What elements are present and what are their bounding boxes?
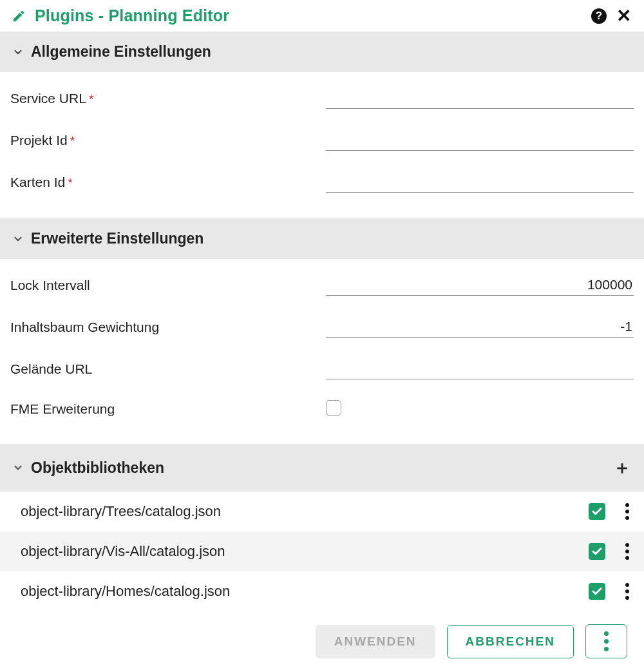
- list-item: object-library/Homes/catalog.json: [0, 571, 644, 611]
- edit-icon: [12, 9, 26, 23]
- check-icon: [591, 506, 603, 517]
- fme-checkbox[interactable]: [326, 400, 341, 416]
- section-libraries-header[interactable]: Objektbibliotheken ＋: [0, 444, 644, 492]
- section-general-header[interactable]: Allgemeine Einstellungen: [0, 32, 644, 72]
- library-menu-button[interactable]: [621, 503, 634, 520]
- field-label: Service URL*: [10, 91, 326, 106]
- field-tree-weight: Inhaltsbaum Gewichtung: [10, 306, 634, 348]
- dialog-footer: ANWENDEN ABBRECHEN: [0, 615, 644, 670]
- close-button[interactable]: ✕: [614, 7, 632, 25]
- field-terrain-url: Gelände URL: [10, 348, 634, 390]
- apply-button: ANWENDEN: [316, 625, 435, 658]
- help-icon: ?: [591, 8, 607, 24]
- dialog-title: Plugins - Planning Editor: [35, 6, 583, 25]
- section-advanced-header[interactable]: Erweiterte Einstellungen: [0, 218, 644, 259]
- library-path: object-library/Homes/catalog.json: [21, 583, 589, 600]
- field-map-id: Karten Id*: [10, 161, 634, 203]
- library-path: object-library/Vis-All/catalog.json: [21, 543, 589, 560]
- library-enabled-checkbox[interactable]: [589, 543, 605, 560]
- section-general-title: Allgemeine Einstellungen: [31, 43, 634, 61]
- field-label: Projekt Id*: [10, 133, 326, 148]
- more-actions-button[interactable]: [585, 624, 627, 658]
- chevron-down-icon: [10, 44, 26, 60]
- section-libraries-title: Objektbibliotheken: [31, 459, 611, 477]
- field-lock-interval: Lock Intervall: [10, 264, 634, 306]
- field-label: Lock Intervall: [10, 278, 326, 293]
- section-general-body: Service URL* Projekt Id* Karten Id*: [0, 72, 644, 218]
- tree-weight-input[interactable]: [326, 316, 634, 338]
- map-id-input[interactable]: [326, 171, 634, 193]
- field-label: Karten Id*: [10, 175, 326, 190]
- check-icon: [591, 546, 603, 557]
- lock-interval-input[interactable]: [326, 274, 634, 296]
- section-advanced-body: Lock Intervall Inhaltsbaum Gewichtung Ge…: [0, 259, 644, 444]
- project-id-input[interactable]: [326, 129, 634, 151]
- terrain-url-input[interactable]: [326, 358, 634, 379]
- list-item: object-library/Vis-All/catalog.json: [0, 531, 644, 571]
- service-url-input[interactable]: [326, 88, 634, 109]
- dialog-header: Plugins - Planning Editor ? ✕: [0, 0, 644, 32]
- library-enabled-checkbox[interactable]: [589, 583, 605, 600]
- field-fme: FME Erweiterung: [10, 390, 634, 428]
- add-library-button[interactable]: ＋: [611, 455, 634, 480]
- section-advanced-title: Erweiterte Einstellungen: [31, 230, 634, 247]
- check-icon: [591, 586, 603, 597]
- library-enabled-checkbox[interactable]: [589, 503, 605, 520]
- field-label: Gelände URL: [10, 361, 326, 377]
- field-label: Inhaltsbaum Gewichtung: [10, 320, 326, 335]
- library-menu-button[interactable]: [621, 543, 634, 560]
- field-label: FME Erweiterung: [10, 401, 326, 417]
- library-menu-button[interactable]: [621, 583, 634, 600]
- list-item: object-library/Trees/catalog.json: [0, 492, 644, 531]
- help-button[interactable]: ?: [590, 7, 608, 25]
- cancel-button[interactable]: ABBRECHEN: [447, 625, 574, 658]
- library-path: object-library/Trees/catalog.json: [21, 503, 589, 520]
- kebab-icon: [604, 631, 609, 636]
- chevron-down-icon: [10, 231, 26, 247]
- field-service-url: Service URL*: [10, 77, 634, 119]
- field-project-id: Projekt Id*: [10, 119, 634, 161]
- chevron-down-icon: [10, 460, 26, 475]
- close-icon: ✕: [616, 7, 631, 25]
